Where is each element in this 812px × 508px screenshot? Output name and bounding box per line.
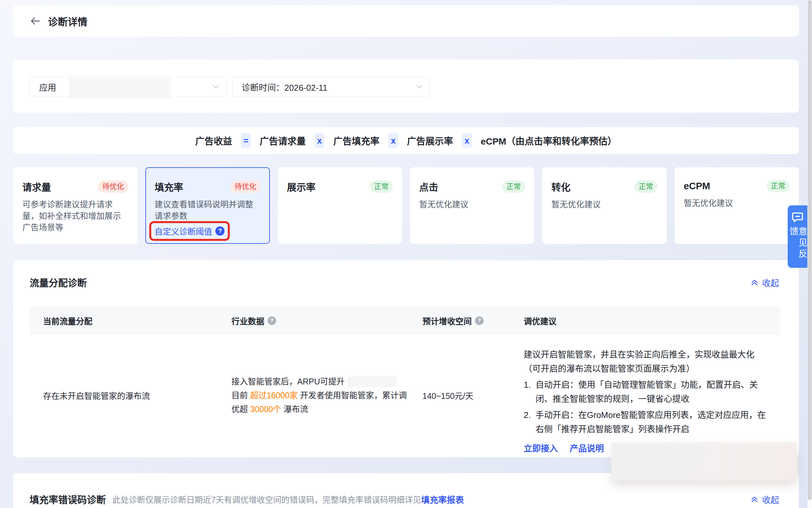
col-header-advice: 调优建议	[524, 315, 557, 327]
industry-line: 瀑布流	[281, 405, 308, 414]
connect-now-link[interactable]: 立即接入	[524, 441, 558, 456]
collapse-button[interactable]: 收起	[750, 493, 779, 505]
industry-line: 优超	[232, 405, 250, 414]
app-name-redaction-blur	[69, 78, 171, 99]
collapse-label: 收起	[762, 493, 779, 505]
formula-term-requests: 广告请求量	[260, 134, 306, 147]
industry-data-cell: 接入智能管家后，ARPU可提升 目前 超过16000家 开发者使用智能管家，累计…	[218, 335, 409, 456]
metric-title: 展示率	[287, 180, 316, 194]
metric-description: 暂无优化建议	[419, 199, 525, 210]
status-badge: 待优化	[231, 180, 261, 193]
custom-threshold-link[interactable]: 自定义诊断阈值	[155, 225, 212, 237]
advice-item-text: 手动开启：在GroMore智能管家应用列表，选定对应应用，在右侧「推荐开启智能管…	[535, 408, 766, 436]
col-header-industry-data: 行业数据	[232, 315, 264, 327]
metric-description: 可参考诊断建议提升请求量，如补全样式和增加展示广告场景等	[23, 199, 128, 233]
section-title: 填充率错误码诊断	[30, 492, 106, 506]
formula-term-fill-rate: 广告填充率	[333, 134, 379, 147]
metric-title: 点击	[419, 180, 438, 194]
traffic-table: 当前流量分配 行业数据 预计增收空间 调优建议 存在未开启智能管家的瀑布流 接入…	[30, 306, 779, 456]
status-badge: 待优化	[98, 180, 128, 193]
col-header-current-allocation: 当前流量分配	[43, 315, 92, 327]
help-question-icon[interactable]	[268, 316, 276, 325]
feedback-tab-button[interactable]: 意见反馈	[788, 205, 807, 268]
metric-title: 填充率	[155, 180, 183, 194]
metric-description: 暂无优化建议	[551, 199, 657, 210]
industry-line: 接入智能管家后，ARPU可提升	[232, 377, 344, 386]
status-badge: 正常	[502, 180, 525, 193]
status-badge: 正常	[767, 180, 789, 192]
advice-cell: 建议开启智能管家，并且在实验正向后推全，实现收益最大化（可开启的瀑布流以智能管家…	[510, 335, 779, 456]
metric-title: eCPM	[684, 181, 710, 192]
col-header-revenue-uplift: 预计增收空间	[422, 315, 472, 327]
revenue-uplift-value: 140~150元/天	[422, 389, 474, 401]
product-docs-link[interactable]: 产品说明	[570, 441, 604, 456]
section-title: 流量分配诊断	[30, 276, 87, 289]
advice-item: 1. 自动开启：使用「自动管理智能管家」功能，配置开启、关闭、推全智能管家的规则…	[524, 378, 766, 406]
multiply-operator-badge: x	[388, 133, 398, 148]
app-select-label: 应用	[39, 81, 56, 93]
metric-card-click[interactable]: 点击 正常 暂无优化建议	[410, 167, 534, 244]
metric-card-fill-rate[interactable]: 填充率 待优化 建议查看错误码说明并调整请求参数 自定义诊断阈值	[145, 167, 270, 244]
metric-description: 暂无优化建议	[684, 198, 789, 209]
chevron-down-icon	[212, 83, 219, 90]
watermark-redaction-blur	[611, 442, 798, 481]
advice-item-text: 自动开启：使用「自动管理智能管家」功能，配置开启、关闭、推全智能管家的规则，一键…	[535, 378, 766, 406]
advice-item-number: 2.	[524, 408, 535, 436]
current-allocation-text: 存在未开启智能管家的瀑布流	[43, 389, 150, 401]
diagnosis-date-select[interactable]: 诊断时间：2026-02-11	[232, 77, 430, 97]
metric-description: 建议查看错误码说明并调整请求参数	[155, 199, 260, 222]
formula-term-revenue: 广告收益	[195, 134, 232, 147]
table-header-row: 当前流量分配 行业数据 预计增收空间 调优建议	[30, 306, 779, 335]
highlight-number: 30000个	[250, 405, 281, 414]
help-question-icon[interactable]	[475, 316, 484, 325]
scrollbar-track[interactable]	[807, 0, 812, 508]
page-header: 诊断详情	[13, 5, 799, 37]
multiply-operator-badge: x	[315, 133, 324, 148]
revenue-formula-bar: 广告收益 = 广告请求量 x 广告填充率 x 广告展示率 x eCPM（由点击率…	[13, 127, 799, 154]
feedback-bubble-icon	[791, 212, 804, 223]
formula-term-ecpm: eCPM（由点击率和转化率预估）	[481, 134, 617, 147]
diagnosis-date-label: 诊断时间：2026-02-11	[242, 81, 327, 93]
table-row: 存在未开启智能管家的瀑布流 接入智能管家后，ARPU可提升 目前 超过16000…	[30, 335, 779, 456]
metric-title: 请求量	[23, 180, 51, 194]
metric-title: 转化	[551, 180, 570, 194]
metric-card-ecpm[interactable]: eCPM 正常 暂无优化建议	[675, 167, 799, 244]
equals-operator-badge: =	[241, 133, 251, 148]
advice-item: 2. 手动开启：在GroMore智能管家应用列表，选定对应应用，在右侧「推荐开启…	[524, 408, 766, 436]
page-title: 诊断详情	[48, 14, 87, 28]
filter-bar: 应用 诊断时间：2026-02-11	[13, 59, 799, 113]
collapse-button[interactable]: 收起	[750, 277, 779, 289]
section-note: 此处诊断仅展示诊断日期近7天有调优增收空间的错误码，完整填充率错误码明细详见	[113, 493, 421, 505]
help-question-icon[interactable]	[215, 226, 225, 236]
scrollbar-thumb[interactable]	[808, 0, 812, 500]
metric-card-requests[interactable]: 请求量 待优化 可参考诊断建议提升请求量，如补全样式和增加展示广告场景等	[13, 167, 137, 244]
double-chevron-up-icon	[750, 495, 759, 503]
traffic-allocation-section: 流量分配诊断 收起 当前流量分配 行业数据 预计增收空间 调优建议 存在未开启智…	[13, 260, 799, 457]
formula-term-show-rate: 广告展示率	[407, 134, 453, 147]
app-select[interactable]: 应用	[30, 77, 226, 97]
status-badge: 正常	[370, 180, 393, 193]
advice-intro: 建议开启智能管家，并且在实验正向后推全，实现收益最大化（可开启的瀑布流以智能管家…	[524, 348, 766, 376]
industry-line: 开发者使用智能管家，累计调	[297, 391, 407, 400]
feedback-label: 意见反馈	[789, 227, 806, 268]
back-arrow-icon	[30, 15, 41, 27]
metric-card-conversion[interactable]: 转化 正常 暂无优化建议	[542, 167, 666, 244]
metric-cards-row: 请求量 待优化 可参考诊断建议提升请求量，如补全样式和增加展示广告场景等 填充率…	[13, 167, 799, 244]
status-badge: 正常	[635, 180, 657, 193]
chevron-down-icon	[416, 83, 423, 90]
collapse-label: 收起	[762, 277, 779, 289]
arpu-value-redaction-blur	[347, 376, 397, 387]
double-chevron-up-icon	[750, 278, 759, 287]
advice-item-number: 1.	[524, 378, 535, 406]
metric-card-show-rate[interactable]: 展示率 正常	[278, 167, 402, 244]
highlight-number: 超过16000家	[250, 391, 298, 400]
fill-rate-report-link[interactable]: 填充率报表	[421, 493, 464, 505]
multiply-operator-badge: x	[462, 133, 472, 148]
industry-line: 目前	[232, 391, 250, 400]
back-button[interactable]	[30, 15, 41, 27]
